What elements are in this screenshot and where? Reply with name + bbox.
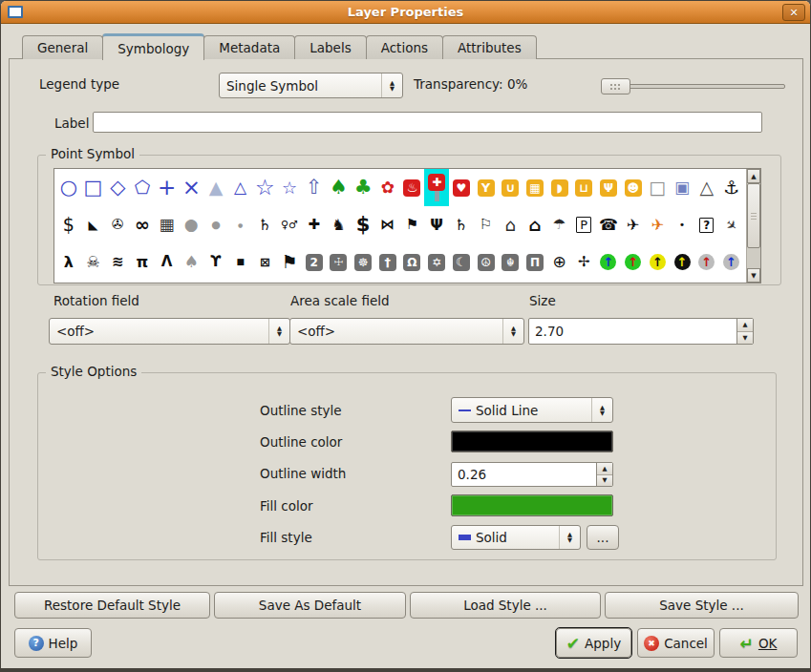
symbol-skier[interactable]: λ [56, 243, 81, 281]
symbol-prayer[interactable]: 2 [302, 243, 327, 281]
tab-attributes[interactable]: Attributes [442, 35, 537, 59]
symbol-christian-cross[interactable]: † [375, 243, 400, 281]
symbol-dharma-wheel[interactable]: ☸ [351, 243, 375, 281]
symbol-diamond[interactable]: ◇ [105, 169, 130, 206]
combo-spinner-icon[interactable] [502, 319, 523, 344]
restore-default-style-button[interactable]: Restore Default Style [14, 592, 210, 619]
symbol-restaurant-fork[interactable]: Ψ [424, 206, 449, 243]
symbol-khanda[interactable]: ☬ [498, 243, 523, 281]
symbol-arrow-red-on-gray[interactable]: ↑ [694, 243, 719, 281]
symbol-star[interactable]: ☆ [277, 169, 302, 206]
symbol-circle-medium[interactable]: ● [203, 206, 228, 243]
symbol-first-aid[interactable]: ✚ [302, 206, 327, 243]
combo-spinner-icon[interactable] [559, 526, 580, 549]
symbol-fuel-pump[interactable]: ♄ [449, 206, 474, 243]
symbol-skull[interactable]: ☠ [81, 243, 106, 281]
symbol-hospital-selected[interactable]: ✚ [424, 169, 449, 206]
symbol-pub[interactable]: ⊔ [571, 169, 596, 206]
symbol-swimmer[interactable]: ≋ [105, 243, 130, 281]
symbol-compass[interactable]: ⊕ [547, 243, 572, 281]
symbol-airport[interactable]: ✈ [621, 206, 646, 243]
symbol-picnic[interactable]: π [130, 243, 155, 281]
tab-general[interactable]: General [22, 35, 103, 59]
symbol-plane-landing[interactable]: ✈ [719, 206, 744, 243]
tab-labels[interactable]: Labels [294, 35, 366, 59]
symbol-park-heart[interactable]: ♥ [449, 169, 474, 206]
symbol-circle-small[interactable]: ● [228, 206, 253, 243]
tab-metadata[interactable]: Metadata [203, 35, 295, 59]
legend-type-combo[interactable]: Single Symbol [219, 73, 403, 98]
symbol-tent[interactable]: Λ [155, 243, 180, 281]
spin-up-icon[interactable] [597, 463, 612, 475]
symbol-triangle[interactable]: △ [228, 169, 253, 206]
symbol-dollar[interactable]: $ [56, 206, 81, 243]
tab-actions[interactable]: Actions [366, 35, 443, 59]
outline-color-button[interactable] [451, 430, 613, 452]
symbol-camera[interactable]: ✇ [105, 206, 130, 243]
symbol-arrow-blue-on-gray[interactable]: ↑ [719, 243, 744, 281]
tab-symbology[interactable]: Symbology [102, 33, 204, 60]
symbol-entertainment[interactable]: ☻ [621, 169, 646, 206]
symbol-crescent[interactable]: ☾ [449, 243, 474, 281]
combo-spinner-icon[interactable] [381, 74, 402, 97]
symbol-arrow-black-on-yellow[interactable]: ↑ [646, 243, 671, 281]
symbol-golf[interactable]: ⚐ [474, 206, 499, 243]
symbol-tree-round[interactable]: ♣ [351, 169, 375, 206]
symbol-museum[interactable]: Π [523, 243, 547, 281]
symbol-money[interactable]: $ [351, 206, 375, 243]
symbol-people-circle[interactable]: ☮ [474, 243, 499, 281]
spin-down-icon[interactable] [597, 475, 612, 487]
symbol-arrow-up[interactable]: ⇧ [302, 169, 327, 206]
symbol-square[interactable]: □ [81, 169, 106, 206]
combo-spinner-icon[interactable] [268, 319, 289, 344]
outline-width-spinbox[interactable]: 0.26 [451, 462, 613, 487]
area-scale-field-combo[interactable]: <off> [289, 318, 524, 345]
titlebar[interactable]: Layer Properties ✕ [1, 1, 810, 24]
symbol-north-arrow[interactable]: ✢ [571, 243, 596, 281]
symbol-restaurant[interactable]: Ψ [596, 169, 621, 206]
symbol-parking[interactable]: P [571, 206, 596, 243]
transparency-slider[interactable] [601, 78, 785, 94]
symbol-cafe[interactable]: ∪ [498, 169, 523, 206]
symbol-square-empty[interactable]: □ [646, 169, 671, 206]
symbol-flag-large[interactable]: ⚑ [277, 243, 302, 281]
fill-color-button[interactable] [451, 494, 613, 516]
symbol-circle-large[interactable]: ● [179, 206, 203, 243]
symbol-fuel[interactable]: ♄ [253, 206, 278, 243]
symbol-flower[interactable]: ✿ [375, 169, 400, 206]
symbol-toilets[interactable]: ♀♂ [277, 206, 302, 243]
outline-style-combo[interactable]: Solid Line [451, 397, 613, 423]
label-input[interactable] [93, 112, 762, 133]
help-button[interactable]: ? Help [14, 628, 92, 658]
symbol-circle[interactable]: ○ [56, 169, 81, 206]
symbol-scrollbar[interactable] [746, 169, 760, 283]
symbol-fire[interactable]: ♨ [400, 169, 425, 206]
symbol-arrow-red-on-green[interactable]: ↑ [621, 243, 646, 281]
symbol-star-large[interactable]: ☆ [253, 169, 278, 206]
save-style-button[interactable]: Save Style ... [605, 592, 799, 619]
symbol-airfield[interactable]: ✈ [646, 206, 671, 243]
symbol-arrow-blue-on-green[interactable]: ↑ [596, 243, 621, 281]
cancel-button[interactable]: ✖ Cancel [637, 628, 715, 658]
symbol-mine[interactable]: ⊠ [253, 243, 278, 281]
slider-handle[interactable] [601, 78, 630, 94]
symbol-triangle-filled[interactable]: ▲ [203, 169, 228, 206]
symbol-flag-small[interactable]: ⚑ [400, 206, 425, 243]
combo-spinner-icon[interactable] [591, 398, 612, 422]
symbol-pizzeria[interactable]: ◗ [547, 169, 572, 206]
symbol-om[interactable]: Ω [400, 243, 425, 281]
symbol-tree-gray[interactable]: ♠ [179, 243, 203, 281]
symbol-deer[interactable]: ♞ [327, 206, 352, 243]
symbol-square-dot[interactable]: ■ [228, 243, 253, 281]
size-spinbox[interactable]: 2.70 [528, 318, 754, 345]
ok-button[interactable]: ↵ OK [719, 628, 798, 658]
apply-button[interactable]: ✔ Apply [556, 628, 631, 658]
symbol-star-of-david[interactable]: ✡ [424, 243, 449, 281]
symbol-pentagon[interactable]: ⬠ [130, 169, 155, 206]
symbol-dot[interactable]: • [670, 206, 694, 243]
symbol-hiker[interactable]: ϒ [203, 243, 228, 281]
save-as-default-button[interactable]: Save As Default [214, 592, 406, 619]
symbol-parachute[interactable]: ☂ [547, 206, 572, 243]
symbol-symbols-misc[interactable]: ☩ [327, 243, 352, 281]
symbol-unknown[interactable]: ? [694, 206, 719, 243]
